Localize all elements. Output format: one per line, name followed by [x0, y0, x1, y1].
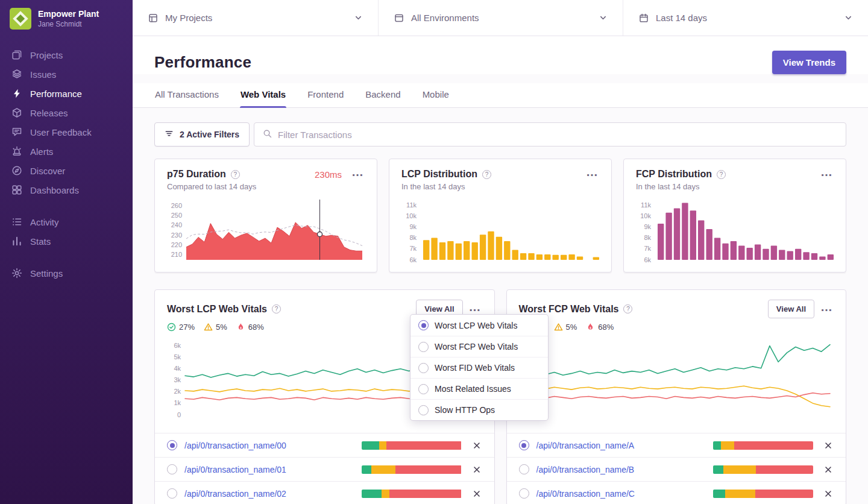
row-radio[interactable]	[167, 488, 177, 499]
row-radio[interactable]	[519, 440, 529, 450]
transaction-link[interactable]: /api/0/transaction_name/A	[536, 441, 706, 450]
sidebar-item-stats[interactable]: Stats	[0, 232, 133, 251]
lcp-distribution-chart: 6k7k8k9k10k11k	[401, 197, 600, 265]
main: My ProjectsAll EnvironmentsLast 14 days …	[133, 0, 868, 504]
sidebar-item-discover[interactable]: Discover	[0, 161, 133, 180]
fire-icon	[236, 323, 245, 332]
menu-item-most-related-issues[interactable]: Most Related Issues	[410, 378, 548, 399]
svg-text:2k: 2k	[174, 388, 181, 395]
discover-icon	[11, 165, 22, 176]
table-row: /api/0/transaction_name/A	[507, 433, 846, 457]
sidebar-item-performance[interactable]: Performance	[0, 84, 133, 103]
vitals-bar-segment-meh	[371, 465, 395, 474]
search-input[interactable]	[278, 130, 837, 140]
sidebar-item-label: User Feedback	[30, 127, 92, 137]
sidebar-item-alerts[interactable]: Alerts	[0, 142, 133, 161]
dashboards-icon	[11, 184, 22, 195]
row-radio[interactable]	[519, 464, 529, 474]
vitals-bar-segment-meh	[379, 441, 386, 450]
sidebar-nav: ProjectsIssuesPerformanceReleasesUser Fe…	[0, 36, 133, 292]
card-options-button[interactable]	[468, 304, 482, 315]
transaction-link[interactable]: /api/0/transaction_name/01	[184, 465, 354, 474]
card-subtitle: In the last 14 days	[401, 182, 599, 191]
vitals-bar-segment-poor	[755, 490, 813, 498]
row-radio[interactable]	[167, 464, 177, 474]
badge-value: 5%	[216, 323, 227, 332]
tab-mobile[interactable]: Mobile	[422, 83, 450, 107]
menu-item-worst-lcp-web-vitals[interactable]: Worst LCP Web Vitals	[410, 315, 548, 336]
menu-item-label: Worst LCP Web Vitals	[435, 321, 517, 330]
vitals-bar-segment-good	[713, 441, 721, 450]
tab-backend[interactable]: Backend	[365, 83, 401, 107]
close-icon[interactable]	[471, 440, 482, 451]
sidebar-item-user-feedback[interactable]: User Feedback	[0, 122, 133, 142]
content: 2 Active Filters p75 Duration 230ms	[133, 108, 868, 504]
card-options-button[interactable]	[350, 169, 365, 180]
menu-item-worst-fcp-web-vitals[interactable]: Worst FCP Web Vitals	[410, 336, 548, 357]
vitals-bar-segment-meh	[725, 490, 755, 498]
sidebar-item-label: Activity	[30, 217, 59, 227]
menu-item-radio[interactable]	[418, 384, 429, 394]
card-options-button[interactable]	[819, 169, 834, 180]
sidebar-item-settings[interactable]: Settings	[0, 263, 133, 283]
close-icon[interactable]	[823, 464, 834, 475]
menu-item-radio[interactable]	[418, 363, 429, 373]
environment-filter[interactable]: All Environments	[379, 0, 623, 36]
sidebar-item-label: Alerts	[30, 146, 53, 157]
svg-text:220: 220	[171, 241, 182, 248]
vitals-bar-segment-good	[362, 441, 380, 450]
worst-fcp-chart: 01k2k3k4k5k6k	[519, 338, 835, 422]
sidebar-item-activity[interactable]: Activity	[0, 212, 133, 232]
view-all-button[interactable]: View All	[768, 300, 814, 318]
transaction-list: /api/0/transaction_name/00/api/0/transac…	[155, 433, 494, 504]
vitals-bar	[362, 490, 462, 498]
row-radio[interactable]	[519, 488, 529, 499]
tab-web-vitals[interactable]: Web Vitals	[240, 83, 286, 107]
vitals-bar	[362, 465, 462, 474]
project-filter-label: My Projects	[165, 13, 212, 23]
chevron-down-icon	[844, 14, 852, 22]
tab-frontend[interactable]: Frontend	[307, 83, 344, 107]
page-header: Performance View Trends	[133, 36, 868, 74]
sidebar-item-releases[interactable]: Releases	[0, 103, 133, 122]
window-icon	[394, 13, 404, 23]
menu-item-radio[interactable]	[418, 342, 429, 352]
tab-all-transactions[interactable]: All Transactions	[154, 83, 219, 107]
menu-item-label: Worst FCP Web Vitals	[435, 342, 518, 351]
close-icon[interactable]	[471, 488, 482, 499]
vitals-bar-segment-meh	[721, 441, 734, 450]
badge-value: 68%	[598, 323, 614, 332]
transaction-link[interactable]: /api/0/transaction_name/00	[184, 441, 354, 450]
svg-text:7k: 7k	[644, 245, 651, 252]
card-options-button[interactable]	[585, 169, 599, 180]
menu-item-slow-http-ops[interactable]: Slow HTTP Ops	[410, 399, 548, 420]
org-switcher[interactable]: Empower Plant Jane Schmidt	[0, 0, 133, 36]
transaction-link[interactable]: /api/0/transaction_name/02	[184, 489, 354, 499]
row-radio[interactable]	[167, 440, 177, 450]
menu-item-radio[interactable]	[418, 405, 429, 415]
card-options-button[interactable]	[819, 304, 834, 315]
vitals-bar	[713, 441, 813, 450]
menu-item-radio[interactable]	[418, 320, 429, 330]
transaction-link[interactable]: /api/0/transaction_name/B	[536, 465, 706, 474]
badge-value: 68%	[248, 323, 264, 332]
close-icon[interactable]	[823, 440, 834, 451]
worst-fcp-card: Worst FCP Web VitalsView All5%68%01k2k3k…	[506, 289, 847, 504]
fire-icon	[586, 323, 595, 332]
date-filter[interactable]: Last 14 days	[623, 0, 868, 36]
view-trends-button[interactable]: View Trends	[772, 51, 846, 74]
transaction-link[interactable]: /api/0/transaction_name/C	[536, 489, 706, 499]
close-icon[interactable]	[823, 488, 834, 499]
sidebar-item-label: Projects	[30, 50, 63, 60]
svg-text:8k: 8k	[644, 234, 651, 241]
menu-item-worst-fid-web-vitals[interactable]: Worst FID Web Vitals	[410, 357, 548, 378]
p75-value: 230ms	[315, 169, 342, 180]
sidebar-item-dashboards[interactable]: Dashboards	[0, 180, 133, 200]
project-filter[interactable]: My Projects	[133, 0, 379, 36]
sidebar-item-projects[interactable]: Projects	[0, 45, 133, 65]
close-icon[interactable]	[471, 464, 482, 475]
sidebar-item-issues[interactable]: Issues	[0, 65, 133, 84]
vitals-bar	[713, 490, 813, 498]
active-filters-button[interactable]: 2 Active Filters	[154, 122, 250, 146]
activity-icon	[11, 216, 22, 227]
